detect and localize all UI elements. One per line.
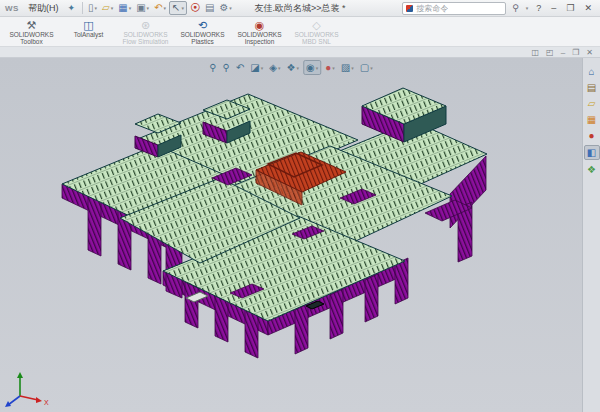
doc-minimize-icon: – bbox=[561, 48, 565, 57]
doc-window-icon-b[interactable]: ◰ bbox=[546, 48, 554, 57]
formwork-assembly-model bbox=[62, 88, 487, 358]
select-tool-icon: ↖ bbox=[172, 3, 180, 13]
save-document[interactable]: ▦▾ bbox=[116, 2, 133, 14]
new-document-icon: ▯ bbox=[88, 3, 94, 13]
search-magnifier-icon[interactable]: ⚲ bbox=[512, 4, 519, 13]
dropdown-caret-icon: ▾ bbox=[147, 5, 150, 11]
open-document-icon: ▱ bbox=[102, 3, 110, 13]
design-library[interactable]: ▤ bbox=[585, 81, 599, 94]
file-properties[interactable]: ▤ bbox=[203, 2, 216, 14]
options-icon: ⚙ bbox=[219, 3, 228, 13]
doc-close[interactable]: ✕ bbox=[586, 48, 593, 57]
print-document[interactable]: ▣▾ bbox=[134, 2, 151, 14]
main-area: ⚲⚲↶◪▾◈▾❖▾◉▾●▾▨▾▢▾ bbox=[0, 58, 600, 412]
dropdown-caret-icon: ▾ bbox=[296, 65, 299, 71]
solidworks-toolbox-label: SOLIDWORKS Toolbox bbox=[3, 31, 60, 45]
rebuild-icon: ⦿ bbox=[190, 3, 200, 13]
doc-close-icon: ✕ bbox=[586, 48, 593, 57]
doc-window-icon-a[interactable]: ◫ bbox=[532, 48, 540, 57]
solidworks-search-icon bbox=[406, 5, 413, 12]
undo[interactable]: ↶▾ bbox=[152, 2, 168, 14]
solidworks-inspection-icon: ◉ bbox=[255, 19, 265, 31]
dropdown-caret-icon: ▾ bbox=[94, 5, 97, 11]
forum[interactable]: ❖ bbox=[585, 163, 599, 176]
view-palette-icon: ▦ bbox=[587, 114, 596, 125]
design-library-icon: ▤ bbox=[587, 82, 596, 93]
new-document[interactable]: ▯▾ bbox=[86, 2, 99, 14]
doc-minimize[interactable]: – bbox=[561, 48, 565, 57]
search-caret-icon[interactable]: ▾ bbox=[526, 5, 529, 11]
dropdown-caret-icon: ▾ bbox=[111, 5, 114, 11]
restore-button[interactable]: ❐ bbox=[564, 4, 576, 13]
dropdown-caret-icon: ▾ bbox=[316, 65, 319, 71]
titlebar-right: 搜索命令 ⚲ ▾ ? – ❐ ✕ bbox=[402, 2, 600, 15]
solidworks-plastics[interactable]: ⟲SOLIDWORKS Plastics bbox=[174, 18, 231, 46]
menu-help[interactable]: 帮助(H) bbox=[23, 2, 64, 15]
dropdown-caret-icon: ▾ bbox=[164, 5, 167, 11]
view-palette[interactable]: ▦ bbox=[585, 113, 599, 126]
previous-view[interactable]: ↶ bbox=[234, 61, 246, 74]
doc-restore[interactable]: ❐ bbox=[572, 48, 579, 57]
quick-access-toolbar: ▯▾▱▾▦▾▣▾↶▾↖▾⦿▤⚙▾ bbox=[86, 1, 234, 15]
dropdown-caret-icon: ▾ bbox=[332, 65, 335, 71]
zoom-to-fit[interactable]: ⚲ bbox=[207, 61, 218, 74]
search-commands-input[interactable]: 搜索命令 bbox=[402, 2, 506, 15]
print-document-icon: ▣ bbox=[136, 3, 145, 13]
view-orientation-icon: ◈ bbox=[269, 63, 277, 73]
solidworks-resources-icon: ⌂ bbox=[588, 66, 594, 77]
dropdown-caret-icon: ▾ bbox=[181, 5, 184, 11]
file-explorer-icon: ▱ bbox=[588, 98, 596, 109]
zoom-to-area[interactable]: ⚲ bbox=[221, 61, 232, 74]
section-view[interactable]: ◪▾ bbox=[248, 61, 265, 74]
section-view-icon: ◪ bbox=[250, 63, 259, 73]
edit-appearance[interactable]: ●▾ bbox=[323, 61, 337, 74]
solidworks-plastics-label: SOLIDWORKS Plastics bbox=[174, 31, 231, 45]
hide-show-items-icon: ◉ bbox=[306, 63, 315, 73]
view-settings-icon: ▢ bbox=[360, 63, 369, 73]
rebuild[interactable]: ⦿ bbox=[188, 2, 202, 14]
apply-scene[interactable]: ▨▾ bbox=[339, 61, 356, 74]
minimize-button[interactable]: – bbox=[549, 4, 558, 13]
tolanalyst[interactable]: ◫TolAnalyst bbox=[60, 18, 117, 46]
apply-scene-icon: ▨ bbox=[341, 63, 350, 73]
solidworks-flow-simulation[interactable]: ⊛SOLIDWORKS Flow Simulation bbox=[117, 18, 174, 46]
graphics-viewport[interactable]: ⚲⚲↶◪▾◈▾❖▾◉▾●▾▨▾▢▾ bbox=[0, 58, 582, 412]
solidworks-inspection[interactable]: ◉SOLIDWORKS Inspection bbox=[231, 18, 288, 46]
display-style[interactable]: ❖▾ bbox=[285, 61, 301, 74]
command-manager-ribbon: ⚒SOLIDWORKS Toolbox◫TolAnalyst⊛SOLIDWORK… bbox=[0, 17, 600, 47]
doc-window-icon-b-icon: ◰ bbox=[546, 48, 554, 57]
appearances-scenes[interactable]: ● bbox=[585, 129, 599, 142]
pin-menu-icon[interactable]: ✦ bbox=[67, 3, 75, 13]
reference-triad: X bbox=[5, 372, 49, 407]
hide-show-items[interactable]: ◉▾ bbox=[303, 60, 321, 75]
close-button[interactable]: ✕ bbox=[582, 4, 594, 13]
solidworks-toolbox[interactable]: ⚒SOLIDWORKS Toolbox bbox=[3, 18, 60, 46]
file-explorer[interactable]: ▱ bbox=[585, 97, 599, 110]
solidworks-toolbox-icon: ⚒ bbox=[27, 19, 37, 31]
custom-properties[interactable]: ◧ bbox=[584, 145, 600, 160]
forum-icon: ❖ bbox=[587, 164, 596, 175]
model-canvas[interactable]: X bbox=[0, 58, 582, 412]
triad-x-label: X bbox=[44, 399, 49, 406]
custom-properties-icon: ◧ bbox=[587, 147, 596, 158]
tab-strip: ◫◰–❐✕ bbox=[0, 47, 600, 58]
solidworks-mbd-snl[interactable]: ◇SOLIDWORKS MBD SNL bbox=[288, 18, 345, 46]
dropdown-caret-icon: ▾ bbox=[229, 5, 232, 11]
toolbar-separator bbox=[82, 2, 83, 14]
options[interactable]: ⚙▾ bbox=[217, 2, 233, 14]
dropdown-caret-icon: ▾ bbox=[129, 5, 132, 11]
solidworks-plastics-icon: ⟲ bbox=[198, 19, 207, 31]
view-settings[interactable]: ▢▾ bbox=[358, 61, 375, 74]
doc-restore-icon: ❐ bbox=[572, 48, 579, 57]
open-document[interactable]: ▱▾ bbox=[100, 2, 115, 14]
view-orientation[interactable]: ◈▾ bbox=[267, 61, 282, 74]
save-document-icon: ▦ bbox=[118, 3, 127, 13]
help-button[interactable]: ? bbox=[534, 4, 543, 13]
tolanalyst-label: TolAnalyst bbox=[74, 31, 104, 38]
previous-view-icon: ↶ bbox=[236, 63, 244, 73]
tolanalyst-icon: ◫ bbox=[83, 19, 93, 31]
dropdown-caret-icon: ▾ bbox=[370, 65, 373, 71]
solidworks-inspection-label: SOLIDWORKS Inspection bbox=[231, 31, 288, 45]
solidworks-resources[interactable]: ⌂ bbox=[585, 65, 599, 78]
select-tool[interactable]: ↖▾ bbox=[169, 1, 187, 15]
